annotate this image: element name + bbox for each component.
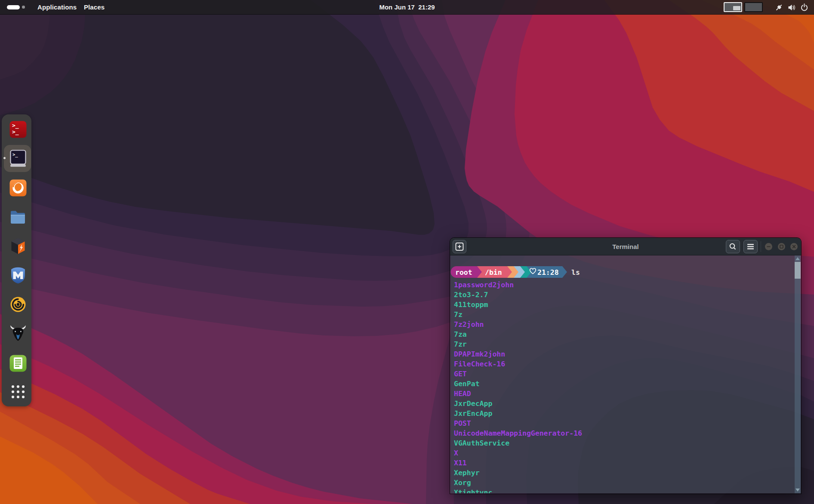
workspace-indicator-active[interactable]: [7, 5, 20, 9]
terminal-output-line: JxrEncApp: [454, 409, 582, 418]
terminal-output-line: FileCheck-16: [454, 359, 582, 369]
svg-text:>_: >_: [12, 122, 19, 129]
search-icon: [726, 240, 740, 253]
terminal-output-line: 1password2john: [454, 280, 582, 290]
terminal-output-line: HEAD: [454, 389, 582, 399]
svg-text:>_: >_: [12, 129, 19, 135]
terminal-titlebar[interactable]: Terminal: [450, 238, 801, 255]
root-terminal-icon: >_ >_: [9, 120, 27, 138]
scrollbar-thumb[interactable]: [795, 262, 801, 279]
dock-item-terminal[interactable]: >_: [9, 150, 27, 168]
terminal-output-line: Xorg: [454, 478, 582, 488]
faraday-icon: [9, 295, 27, 313]
terminal-content[interactable]: root /bin 21:28 ls 1password2john2to3-2.…: [450, 255, 801, 493]
clock[interactable]: Mon Jun 17 21:29: [379, 0, 435, 15]
places-menu[interactable]: Places: [84, 0, 105, 15]
terminal-output-line: X: [454, 448, 582, 458]
svg-text:>_: >_: [12, 151, 18, 157]
terminal-output: 1password2john2to3-2.7411toppm7z7z2john7…: [454, 280, 582, 493]
dock-item-firefox[interactable]: [9, 179, 27, 197]
firefox-icon: [9, 179, 27, 197]
terminal-window: Terminal: [450, 238, 801, 494]
close-button[interactable]: [790, 243, 798, 250]
prompt-user: root: [455, 268, 472, 276]
scroll-down-arrow[interactable]: [796, 489, 800, 492]
workspace-window-thumb: [733, 6, 740, 10]
minimize-button[interactable]: [765, 243, 772, 250]
terminal-output-line: 2to3-2.7: [454, 290, 582, 300]
terminal-output-line: GET: [454, 369, 582, 379]
dock-item-metasploit[interactable]: [9, 266, 27, 284]
titlebar-separator: [761, 241, 761, 252]
workspace-preview-2[interactable]: [744, 2, 763, 12]
dock: >_ >_ >_: [2, 114, 31, 406]
beef-icon: [9, 325, 27, 343]
dock-item-show-applications[interactable]: [9, 383, 27, 401]
volume-icon[interactable]: [788, 4, 796, 11]
prompt-command: ls: [571, 268, 580, 276]
system-status-area[interactable]: [775, 0, 808, 15]
hamburger-icon: [744, 240, 757, 253]
workspace-preview-1[interactable]: [724, 2, 742, 12]
prompt-line: root /bin 21:28 ls: [450, 266, 597, 278]
dock-item-burpsuite[interactable]: [9, 237, 27, 255]
dock-item-beef[interactable]: [9, 325, 27, 343]
applications-menu[interactable]: Applications: [37, 0, 77, 15]
prompt-directory: /bin: [485, 268, 502, 276]
burpsuite-icon: [9, 237, 27, 255]
dock-running-indicator: [3, 157, 6, 159]
terminal-output-line: JxrDecApp: [454, 399, 582, 409]
cherrytree-icon: [9, 354, 27, 372]
dock-item-faraday[interactable]: [9, 295, 27, 313]
show-applications-icon: [9, 383, 27, 401]
prompt-time: 21:28: [537, 268, 559, 276]
workspace-indicator-other[interactable]: [22, 6, 25, 9]
top-bar: Applications Places Mon Jun 17 21:29: [0, 0, 814, 15]
terminal-output-line: POST: [454, 418, 582, 428]
desktop: { "topbar": { "menus": [ {"label": "Appl…: [0, 0, 814, 504]
terminal-output-line: Xephyr: [454, 468, 582, 478]
maximize-icon: [778, 243, 785, 250]
close-icon: [790, 243, 798, 250]
terminal-output-line: UnicodeNameMappingGenerator-16: [454, 428, 582, 438]
terminal-output-line: GenPat: [454, 379, 582, 389]
dock-item-files[interactable]: [9, 208, 27, 226]
network-wired-icon[interactable]: [775, 3, 783, 12]
menu-button[interactable]: [743, 240, 758, 253]
terminal-output-line: DPAPImk2john: [454, 349, 582, 359]
minimize-icon: [765, 243, 772, 250]
search-button[interactable]: [726, 240, 740, 253]
scroll-up-arrow[interactable]: [796, 257, 800, 260]
dock-item-root-terminal[interactable]: >_ >_: [9, 120, 27, 138]
terminal-output-line: 7za: [454, 329, 582, 339]
terminal-output-line: 7z2john: [454, 320, 582, 329]
terminal-output-line: VGAuthService: [454, 438, 582, 448]
files-icon: [9, 208, 27, 226]
terminal-output-line: X11: [454, 458, 582, 468]
terminal-output-line: 411toppm: [454, 300, 582, 310]
maximize-button[interactable]: [778, 243, 785, 250]
dock-item-cherrytree[interactable]: [9, 354, 27, 372]
power-icon[interactable]: [801, 3, 808, 11]
metasploit-icon: [9, 266, 27, 284]
scrollbar[interactable]: [795, 255, 801, 493]
workspace-previews: [724, 2, 763, 12]
terminal-output-line: 7zr: [454, 339, 582, 349]
terminal-output-line: 7z: [454, 310, 582, 320]
terminal-output-line: Xtightvnc: [454, 488, 582, 493]
terminal-icon: >_: [9, 150, 27, 168]
